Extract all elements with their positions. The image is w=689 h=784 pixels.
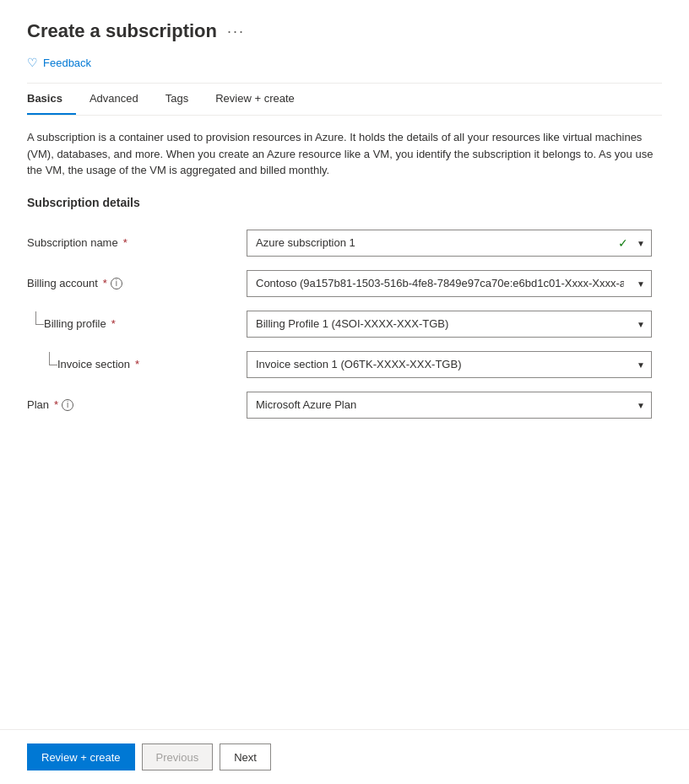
tab-advanced[interactable]: Advanced <box>76 84 152 115</box>
required-star-billing: * <box>103 277 107 289</box>
section-title: Subscription details <box>27 196 662 209</box>
plan-wrapper: Microsoft Azure Plan ▼ <box>247 392 652 419</box>
billing-account-select[interactable]: Contoso (9a157b81-1503-516b-4fe8-7849e97… <box>247 270 652 297</box>
invoice-section-row: Invoice section * Invoice section 1 (O6T… <box>27 344 662 385</box>
tabs-row: Basics Advanced Tags Review + create <box>27 84 662 116</box>
tab-basics[interactable]: Basics <box>27 84 76 115</box>
footer: Review + create Previous Next <box>0 729 689 784</box>
plan-label-col: Plan * i <box>27 398 247 411</box>
feedback-link[interactable]: ♡ Feedback <box>27 56 662 69</box>
billing-account-row: Billing account * i Contoso (9a157b81-15… <box>27 263 662 304</box>
billing-account-label: Billing account * i <box>27 277 247 289</box>
invoice-section-wrapper: Invoice section 1 (O6TK-XXXX-XXX-TGB) ▼ <box>247 351 652 378</box>
invoice-section-select[interactable]: Invoice section 1 (O6TK-XXXX-XXX-TGB) <box>247 351 652 378</box>
billing-profile-row: Billing profile * Billing Profile 1 (4SO… <box>27 304 662 344</box>
feedback-label: Feedback <box>43 57 91 69</box>
plan-info-icon[interactable]: i <box>62 399 73 411</box>
tab-review-create[interactable]: Review + create <box>202 84 308 115</box>
subscription-name-wrapper: Azure subscription 1 ✓ ▼ <box>247 230 652 257</box>
form-grid: Subscription name * Azure subscription 1… <box>27 223 662 425</box>
billing-profile-wrapper: Billing Profile 1 (4SOI-XXXX-XXX-TGB) ▼ <box>247 311 652 338</box>
plan-field-col: Microsoft Azure Plan ▼ <box>247 392 652 419</box>
review-create-button[interactable]: Review + create <box>27 743 135 770</box>
required-star: * <box>123 236 127 249</box>
subscription-name-label: Subscription name * <box>27 236 247 249</box>
subscription-name-select[interactable]: Azure subscription 1 <box>247 230 652 257</box>
page-title: Create a subscription <box>27 20 217 42</box>
subscription-name-row: Subscription name * Azure subscription 1… <box>27 223 662 263</box>
billing-profile-field-col: Billing Profile 1 (4SOI-XXXX-XXX-TGB) ▼ <box>247 311 652 338</box>
description-text: A subscription is a container used to pr… <box>27 129 662 179</box>
invoice-section-field-col: Invoice section 1 (O6TK-XXXX-XXX-TGB) ▼ <box>247 351 652 378</box>
required-star-profile: * <box>111 317 116 330</box>
billing-account-field-col: Contoso (9a157b81-1503-516b-4fe8-7849e97… <box>247 270 652 297</box>
billing-profile-label-col: Billing profile * <box>27 317 247 330</box>
next-button[interactable]: Next <box>220 743 271 770</box>
previous-button[interactable]: Previous <box>142 743 214 770</box>
required-star-invoice: * <box>135 358 139 370</box>
plan-row: Plan * i Microsoft Azure Plan ▼ <box>27 385 662 425</box>
billing-account-info-icon[interactable]: i <box>111 278 122 289</box>
required-star-plan: * <box>54 398 58 411</box>
tab-tags[interactable]: Tags <box>152 84 202 115</box>
more-options-icon[interactable]: ··· <box>227 23 245 41</box>
billing-account-wrapper: Contoso (9a157b81-1503-516b-4fe8-7849e97… <box>247 270 652 297</box>
invoice-section-label-col: Invoice section * <box>27 358 247 370</box>
subscription-name-field-col: Azure subscription 1 ✓ ▼ <box>247 230 652 257</box>
heart-icon: ♡ <box>27 56 38 69</box>
billing-profile-select[interactable]: Billing Profile 1 (4SOI-XXXX-XXX-TGB) <box>247 311 652 338</box>
plan-select[interactable]: Microsoft Azure Plan <box>247 392 652 419</box>
